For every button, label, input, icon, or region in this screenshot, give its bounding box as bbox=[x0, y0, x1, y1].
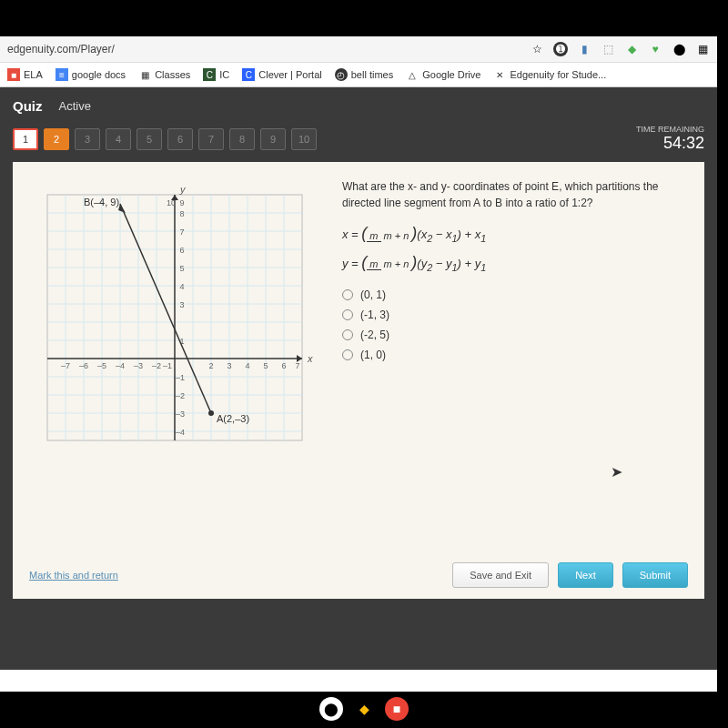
question-tab-4[interactable]: 4 bbox=[106, 128, 131, 150]
star-icon[interactable]: ☆ bbox=[530, 42, 544, 56]
question-tab-5[interactable]: 5 bbox=[136, 128, 162, 150]
svg-text:6: 6 bbox=[281, 361, 286, 370]
svg-text:3: 3 bbox=[179, 300, 184, 309]
svg-text:–4: –4 bbox=[116, 361, 125, 370]
dock-icon-1[interactable]: ⬤ bbox=[319, 697, 343, 721]
svg-text:–4: –4 bbox=[176, 428, 185, 437]
ext-icon-1[interactable]: ➊ bbox=[553, 42, 568, 56]
ext-icon-7[interactable]: ▦ bbox=[695, 42, 710, 56]
ext-icon-3[interactable]: ⬚ bbox=[601, 42, 615, 56]
save-exit-button[interactable]: Save and Exit bbox=[452, 562, 549, 588]
timer: TIME REMAINING 54:32 bbox=[636, 125, 704, 153]
question-panel: What are the x- and y- coordinates of po… bbox=[331, 178, 688, 582]
dock-icon-2[interactable]: ◆ bbox=[352, 697, 376, 721]
svg-text:–6: –6 bbox=[79, 361, 88, 370]
graph-panel: x y –7–6–5–4–3–2–1 234567 13456789 10 –1… bbox=[29, 178, 320, 451]
ext-icon-6[interactable]: ⬤ bbox=[672, 42, 686, 56]
svg-text:8: 8 bbox=[179, 209, 184, 218]
option-1[interactable]: (0, 1) bbox=[342, 288, 688, 301]
bookmark-ela[interactable]: ■ELA bbox=[7, 68, 43, 81]
quiz-status: Active bbox=[59, 99, 91, 113]
svg-text:–1: –1 bbox=[176, 373, 185, 382]
question-tab-10[interactable]: 10 bbox=[291, 128, 317, 150]
url-bar: edgenuity.com/Player/ ☆ ➊ ▮ ⬚ ◆ ♥ ⬤ ▦ bbox=[0, 36, 717, 63]
option-3[interactable]: (-2, 5) bbox=[342, 329, 688, 341]
svg-text:–3: –3 bbox=[134, 361, 143, 370]
url-text[interactable]: edgenuity.com/Player/ bbox=[7, 43, 522, 56]
bookmark-edgenuity[interactable]: ✕Edgenuity for Stude... bbox=[493, 68, 606, 81]
bookmark-google-docs[interactable]: ≡google docs bbox=[56, 68, 126, 81]
svg-text:–5: –5 bbox=[97, 361, 106, 370]
formula-x: x = (mm + n)(x2 − x1) + x1 bbox=[342, 224, 688, 244]
svg-text:9: 9 bbox=[179, 198, 184, 207]
ext-icon-2[interactable]: ▮ bbox=[577, 42, 592, 56]
svg-marker-58 bbox=[118, 204, 126, 213]
question-tab-7[interactable]: 7 bbox=[198, 128, 224, 150]
radio-icon bbox=[342, 309, 353, 320]
svg-text:10: 10 bbox=[167, 198, 176, 207]
svg-text:–3: –3 bbox=[176, 410, 185, 419]
bookmark-bell-times[interactable]: ◴bell times bbox=[335, 68, 393, 81]
svg-text:4: 4 bbox=[179, 282, 184, 291]
footer-bar: Mark this and return Save and Exit Next … bbox=[29, 562, 688, 588]
dock: ⬤ ◆ ■ bbox=[319, 697, 409, 721]
svg-text:5: 5 bbox=[263, 361, 268, 370]
svg-text:–2: –2 bbox=[176, 391, 185, 400]
submit-button[interactable]: Submit bbox=[622, 562, 688, 588]
next-button[interactable]: Next bbox=[558, 562, 613, 588]
radio-icon bbox=[342, 329, 353, 340]
svg-text:–2: –2 bbox=[152, 361, 161, 370]
question-nav: 1 2 3 4 5 6 7 8 9 10 TIME REMAINING 54:3… bbox=[0, 125, 717, 162]
question-tab-9[interactable]: 9 bbox=[260, 128, 286, 150]
mark-return-link[interactable]: Mark this and return bbox=[29, 570, 118, 581]
question-prompt: What are the x- and y- coordinates of po… bbox=[342, 178, 688, 211]
svg-point-59 bbox=[208, 410, 214, 416]
bookmark-classes[interactable]: ▦Classes bbox=[138, 68, 190, 81]
bookmarks-bar: ■ELA ≡google docs ▦Classes CIC CClever |… bbox=[0, 63, 717, 87]
bookmark-clever[interactable]: CClever | Portal bbox=[242, 68, 322, 81]
quiz-header: Quiz Active bbox=[0, 87, 717, 125]
coordinate-graph: x y –7–6–5–4–3–2–1 234567 13456789 10 –1… bbox=[29, 178, 320, 451]
svg-text:6: 6 bbox=[179, 246, 184, 255]
question-content: x y –7–6–5–4–3–2–1 234567 13456789 10 –1… bbox=[13, 162, 704, 599]
option-2[interactable]: (-1, 3) bbox=[342, 308, 688, 321]
timer-label: TIME REMAINING bbox=[636, 125, 704, 134]
ext-icon-4[interactable]: ◆ bbox=[624, 42, 639, 56]
bookmark-google-drive[interactable]: △Google Drive bbox=[406, 68, 480, 81]
dock-icon-3[interactable]: ■ bbox=[385, 697, 409, 721]
radio-icon bbox=[342, 349, 353, 360]
svg-text:7: 7 bbox=[295, 361, 299, 370]
question-tab-1[interactable]: 1 bbox=[13, 128, 38, 150]
svg-text:7: 7 bbox=[179, 228, 184, 237]
quiz-title: Quiz bbox=[13, 98, 43, 114]
svg-text:–1: –1 bbox=[163, 361, 172, 370]
option-4[interactable]: (1, 0) bbox=[342, 349, 688, 361]
svg-text:x: x bbox=[307, 353, 313, 364]
extension-icons-row: ☆ ➊ ▮ ⬚ ◆ ♥ ⬤ ▦ bbox=[530, 42, 710, 56]
point-b-label: B(–4, 9) bbox=[84, 197, 119, 207]
question-tab-6[interactable]: 6 bbox=[167, 128, 193, 150]
point-a-label: A(2,–3) bbox=[217, 413, 249, 424]
svg-line-57 bbox=[120, 204, 211, 413]
question-tab-3[interactable]: 3 bbox=[75, 128, 100, 150]
svg-text:5: 5 bbox=[179, 264, 184, 273]
svg-text:4: 4 bbox=[245, 361, 249, 370]
svg-text:y: y bbox=[179, 184, 187, 195]
svg-text:–7: –7 bbox=[61, 361, 70, 370]
cursor-icon: ➤ bbox=[611, 463, 622, 480]
options-group: (0, 1) (-1, 3) (-2, 5) (1, 0) bbox=[342, 288, 688, 361]
question-tab-2[interactable]: 2 bbox=[44, 128, 69, 150]
question-tab-8[interactable]: 8 bbox=[229, 128, 255, 150]
bookmark-ic[interactable]: CIC bbox=[203, 68, 229, 81]
svg-text:3: 3 bbox=[227, 361, 231, 370]
radio-icon bbox=[342, 289, 353, 300]
svg-text:2: 2 bbox=[208, 361, 213, 370]
timer-value: 54:32 bbox=[636, 134, 704, 153]
ext-icon-5[interactable]: ♥ bbox=[648, 42, 662, 56]
formula-y: y = (mm + n)(y2 − y1) + y1 bbox=[342, 253, 688, 273]
